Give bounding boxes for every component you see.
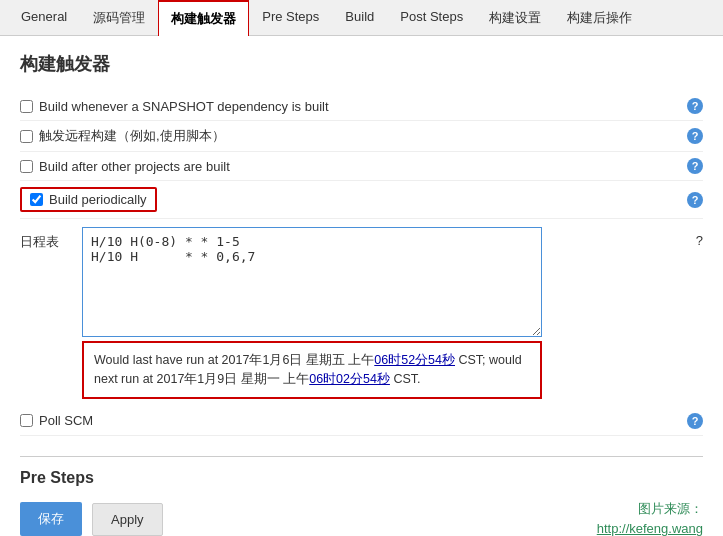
footer-buttons: 保存 Apply 图片来源： http://kefeng.wang [20,499,703,537]
option-after-other-text: Build after other projects are built [39,159,230,174]
tab-build-settings[interactable]: 构建设置 [476,0,554,36]
help-wrap-schedule: ? [696,227,703,248]
option-poll-scm-text: Poll SCM [39,413,93,428]
option-snapshot-checkbox[interactable] [20,100,33,113]
option-remote-text: 触发远程构建（例如,使用脚本） [39,127,225,145]
tab-post-steps[interactable]: Post Steps [387,0,476,36]
schedule-input-wrap: H/10 H(0-8) * * 1-5 H/10 H * * 0,6,7 Wou… [82,227,684,399]
option-poll-scm: Poll SCM ? [20,407,703,436]
tab-pre-steps[interactable]: Pre Steps [249,0,332,36]
schedule-info: Would last have run at 2017年1月6日 星期五 上午0… [82,341,542,399]
tab-general[interactable]: General [8,0,80,36]
schedule-info-text: Would last have run at 2017年1月6日 星期五 上午0… [94,353,522,386]
option-build-periodically: Build periodically ? [20,181,703,219]
tab-build-trigger[interactable]: 构建触发器 [158,0,249,36]
tab-post-build[interactable]: 构建后操作 [554,0,645,36]
option-snapshot-text: Build whenever a SNAPSHOT dependency is … [39,99,329,114]
tab-build[interactable]: Build [332,0,387,36]
save-button[interactable]: 保存 [20,502,82,536]
option-build-periodically-text: Build periodically [49,192,147,207]
option-build-periodically-label[interactable]: Build periodically [20,187,157,212]
help-icon-build-periodically[interactable]: ? [687,192,703,208]
option-after-other-label[interactable]: Build after other projects are built [20,159,687,174]
watermark-line2: http://kefeng.wang [597,519,703,536]
option-snapshot: Build whenever a SNAPSHOT dependency is … [20,92,703,121]
option-remote: 触发远程构建（例如,使用脚本） ? [20,121,703,152]
section-pre-steps: Pre Steps [20,456,703,487]
option-snapshot-label[interactable]: Build whenever a SNAPSHOT dependency is … [20,99,687,114]
option-poll-scm-label[interactable]: Poll SCM [20,413,687,428]
tab-bar: General 源码管理 构建触发器 Pre Steps Build Post … [0,0,723,36]
option-build-periodically-checkbox[interactable] [30,193,43,206]
option-after-other: Build after other projects are built ? [20,152,703,181]
option-remote-checkbox[interactable] [20,130,33,143]
main-content: 构建触发器 Build whenever a SNAPSHOT dependen… [0,36,723,536]
schedule-section: 日程表 H/10 H(0-8) * * 1-5 H/10 H * * 0,6,7… [20,227,703,399]
tab-source-management[interactable]: 源码管理 [80,0,158,36]
help-icon-snapshot[interactable]: ? [687,98,703,114]
help-icon-schedule[interactable]: ? [696,233,703,248]
watermark-line1: 图片来源： [597,499,703,520]
help-icon-after-other[interactable]: ? [687,158,703,174]
help-icon-poll-scm[interactable]: ? [687,413,703,429]
option-remote-label[interactable]: 触发远程构建（例如,使用脚本） [20,127,687,145]
watermark: 图片来源： http://kefeng.wang [597,499,703,537]
schedule-textarea[interactable]: H/10 H(0-8) * * 1-5 H/10 H * * 0,6,7 [82,227,542,337]
page-title: 构建触发器 [20,52,703,76]
option-poll-scm-checkbox[interactable] [20,414,33,427]
schedule-label: 日程表 [20,227,70,251]
help-icon-remote[interactable]: ? [687,128,703,144]
apply-button[interactable]: Apply [92,503,163,536]
option-after-other-checkbox[interactable] [20,160,33,173]
